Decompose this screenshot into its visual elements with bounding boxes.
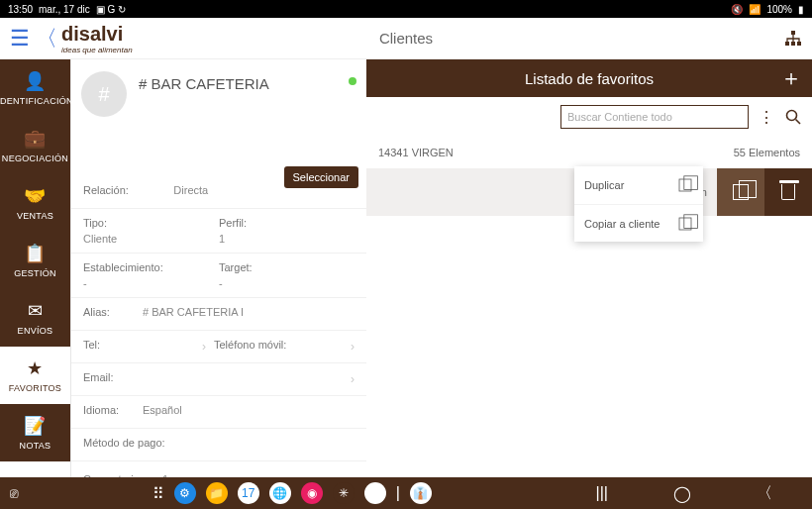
sidebar-item-envios[interactable]: ✉ ENVÍOS bbox=[0, 289, 70, 347]
client-avatar: # bbox=[81, 71, 127, 117]
status-time: 13:50 bbox=[8, 4, 33, 15]
status-wifi-icon: 📶 bbox=[749, 4, 761, 15]
calendar-app-icon[interactable]: 17 bbox=[238, 482, 259, 504]
hamburger-icon[interactable]: ☰ bbox=[10, 26, 30, 51]
camera-app-icon[interactable]: ◉ bbox=[301, 482, 323, 504]
app-icon[interactable]: ✳ bbox=[333, 482, 355, 504]
status-date: mar., 17 dic bbox=[39, 4, 90, 15]
context-menu-item-duplicar[interactable]: Duplicar bbox=[574, 166, 703, 204]
files-app-icon[interactable]: 📁 bbox=[206, 482, 228, 504]
sidebar-item-label: NOTAS bbox=[20, 441, 51, 451]
svg-point-4 bbox=[787, 111, 797, 121]
sidebar-item-negociacion[interactable]: 💼 NEGOCIACIÓN bbox=[0, 117, 70, 174]
sidebar-item-ventas[interactable]: 🤝 VENTAS bbox=[0, 174, 70, 232]
logo-text: disalvi bbox=[61, 23, 133, 46]
status-mute-icon: 🔇 bbox=[731, 4, 743, 15]
envelope-icon: ✉ bbox=[28, 300, 43, 322]
sidebar-item-label: FAVORITOS bbox=[9, 383, 61, 393]
apps-grid-icon[interactable]: ⠿ bbox=[152, 484, 164, 503]
hierarchy-icon[interactable] bbox=[784, 30, 802, 48]
notes-icon: 📝 bbox=[24, 415, 46, 437]
logo-tagline: ideas que alimentan bbox=[61, 46, 133, 54]
sidebar-item-favoritos[interactable]: ★ FAVORITOS bbox=[0, 347, 70, 404]
field-label: Tel: bbox=[83, 339, 202, 351]
field-label: Teléfono móvil: bbox=[214, 339, 351, 351]
divider: | bbox=[396, 484, 400, 502]
context-menu-label: Duplicar bbox=[584, 179, 624, 191]
android-nav-bar: ⎚ ⠿ ⚙ 📁 17 🌐 ◉ ✳ ▶ | 👔 ||| ◯ 〈 bbox=[0, 477, 812, 509]
cast-icon[interactable]: ⎚ bbox=[10, 485, 18, 501]
field-label: Método de pago: bbox=[83, 437, 355, 449]
svg-rect-2 bbox=[791, 42, 795, 46]
client-name: # BAR CAFETERIA bbox=[139, 75, 269, 117]
field-value: 1 bbox=[219, 233, 355, 245]
sidebar-item-label: VENTAS bbox=[17, 211, 53, 221]
chevron-right-icon[interactable]: › bbox=[351, 372, 355, 386]
more-options-icon[interactable]: ⋮ bbox=[759, 108, 774, 127]
select-button[interactable]: Seleccionar bbox=[284, 166, 358, 188]
star-icon: ★ bbox=[27, 357, 43, 379]
sidebar-item-identificacion[interactable]: 👤 IDENTIFICACIÓN bbox=[0, 59, 70, 117]
play-store-icon[interactable]: ▶ bbox=[364, 482, 386, 504]
trash-icon bbox=[781, 184, 795, 200]
svg-rect-3 bbox=[797, 42, 801, 46]
sidebar-item-notas[interactable]: 📝 NOTAS bbox=[0, 404, 70, 461]
field-label: Comentarios: bbox=[83, 473, 162, 477]
field-label: Alias: bbox=[83, 306, 143, 318]
duplicate-icon bbox=[679, 179, 692, 192]
app-icon[interactable]: 👔 bbox=[410, 482, 432, 504]
context-menu: Duplicar Copiar a cliente bbox=[574, 166, 703, 242]
app-header: ☰ 〈 disalvi ideas que alimentan Clientes bbox=[0, 18, 812, 59]
favorites-header: Listado de favoritos ＋ bbox=[366, 59, 812, 97]
field-label: Email: bbox=[83, 371, 351, 383]
field-label: Perfil: bbox=[219, 217, 355, 229]
field-value: - bbox=[219, 277, 355, 289]
briefcase-icon: 💼 bbox=[24, 128, 46, 150]
favorite-list-name: 14341 VIRGEN bbox=[378, 147, 454, 158]
favorites-pane: Listado de favoritos ＋ Buscar Contiene t… bbox=[366, 59, 812, 477]
favorite-list-count: 55 Elementos bbox=[734, 147, 800, 158]
sidebar-item-label: IDENTIFICACIÓN bbox=[0, 96, 73, 106]
svg-rect-1 bbox=[785, 42, 789, 46]
favorites-title: Listado de favoritos bbox=[525, 70, 654, 87]
sidebar-item-label: GESTIÓN bbox=[14, 268, 56, 278]
status-dot-green bbox=[349, 77, 356, 85]
add-favorite-button[interactable]: ＋ bbox=[780, 63, 802, 93]
sidebar-item-label: NEGOCIACIÓN bbox=[2, 153, 68, 163]
search-input[interactable]: Buscar Contiene todo bbox=[560, 105, 749, 129]
handshake-icon: 🤝 bbox=[24, 185, 46, 207]
svg-rect-0 bbox=[791, 31, 795, 35]
client-detail-pane: # # BAR CAFETERIA Seleccionar Relación: … bbox=[71, 59, 366, 477]
chevron-right-icon[interactable]: › bbox=[351, 340, 355, 354]
android-back-button[interactable]: 〈 bbox=[727, 483, 802, 504]
person-icon: 👤 bbox=[24, 70, 46, 92]
field-label: Idioma: bbox=[83, 404, 143, 416]
android-recents-button[interactable]: ||| bbox=[566, 484, 638, 502]
battery-icon: ▮ bbox=[798, 4, 804, 15]
context-menu-label: Copiar a cliente bbox=[584, 218, 660, 230]
chrome-app-icon[interactable]: 🌐 bbox=[269, 482, 291, 504]
field-value: Cliente bbox=[83, 233, 219, 245]
field-label: Tipo: bbox=[83, 217, 219, 229]
list-item[interactable]: 14341 VIRGEN 55 Elementos bbox=[366, 137, 812, 168]
field-value: 1 bbox=[162, 473, 355, 477]
settings-app-icon[interactable]: ⚙ bbox=[174, 482, 196, 504]
android-status-bar: 13:50 mar., 17 dic ▣ G ↻ 🔇 📶 100% ▮ bbox=[0, 0, 812, 18]
status-indicator-icons: ▣ G ↻ bbox=[96, 4, 126, 15]
sidebar-item-gestion[interactable]: 📋 GESTIÓN bbox=[0, 232, 70, 289]
field-label: Relación: bbox=[83, 184, 173, 196]
delete-action-button[interactable] bbox=[764, 168, 812, 216]
app-dock: ⠿ ⚙ 📁 17 🌐 ◉ ✳ ▶ | 👔 bbox=[152, 482, 432, 504]
page-title: Clientes bbox=[379, 30, 433, 47]
logo: disalvi ideas que alimentan bbox=[61, 23, 133, 54]
duplicate-icon bbox=[679, 217, 692, 230]
duplicate-action-button[interactable] bbox=[717, 168, 764, 216]
sidebar: 👤 IDENTIFICACIÓN 💼 NEGOCIACIÓN 🤝 VENTAS … bbox=[0, 59, 71, 477]
context-menu-item-copiar[interactable]: Copiar a cliente bbox=[574, 204, 703, 242]
search-placeholder: Buscar Contiene todo bbox=[567, 111, 672, 123]
list-item-swiped: 24 Elem Duplicar Copiar a cliente bbox=[366, 168, 812, 216]
search-icon[interactable] bbox=[784, 108, 802, 126]
back-chevron-icon[interactable]: 〈 bbox=[36, 24, 57, 53]
android-home-button[interactable]: ◯ bbox=[644, 484, 721, 503]
sidebar-item-label: ENVÍOS bbox=[18, 326, 53, 336]
